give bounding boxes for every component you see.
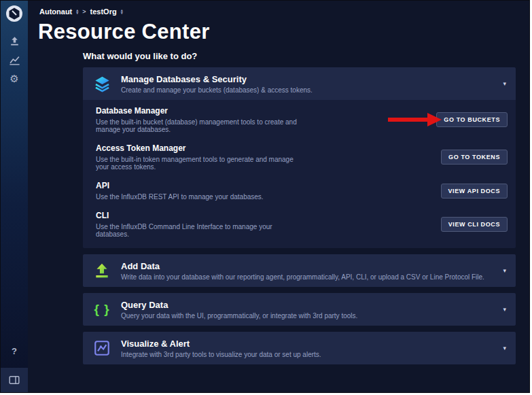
row-title: API (96, 181, 305, 190)
chevron-down-icon[interactable]: ▾ (493, 306, 516, 313)
row-text: Database Manager Use the built-in bucket… (96, 106, 436, 133)
page-title: Resource Center (38, 20, 529, 44)
braces-icon: { } (83, 302, 121, 317)
sidebar-bottom: ? (1, 343, 28, 392)
section-title: Add Data (121, 261, 488, 271)
section-rows: Database Manager Use the built-in bucket… (83, 100, 516, 248)
influxdb-logo[interactable] (1, 1, 28, 22)
go-to-buckets-button[interactable]: GO TO BUCKETS (436, 112, 508, 127)
breadcrumb-org[interactable]: Autonaut (39, 7, 72, 16)
sidebar: ⚙ ? (1, 1, 28, 392)
section-header-query-data[interactable]: { } Query Data Query your data with the … (83, 293, 516, 326)
section-header-text: Query Data Query your data with the UI, … (121, 295, 493, 324)
section-visualize-alert: Visualize & Alert Integrate with 3rd par… (83, 332, 516, 364)
upload-icon (83, 262, 121, 279)
resource-row-database-manager: Database Manager Use the built-in bucket… (96, 106, 508, 133)
view-cli-docs-button[interactable]: VIEW CLI DOCS (441, 217, 508, 232)
row-title: CLI (96, 211, 305, 220)
caret-down-glyph: ▾ (121, 12, 123, 14)
row-title: Access Token Manager (96, 143, 305, 153)
chevron-down-icon[interactable]: ▾ (493, 345, 516, 351)
section-title: Visualize & Alert (121, 339, 488, 349)
chevron-down-icon[interactable]: ▾ (493, 80, 516, 87)
section-title: Query Data (121, 300, 488, 310)
chevron-updown-icon[interactable]: ▴ ▾ (76, 9, 78, 14)
section-header-manage-databases[interactable]: Manage Databases & Security Create and m… (83, 67, 516, 100)
section-manage-databases: Manage Databases & Security Create and m… (83, 67, 516, 248)
breadcrumb: Autonaut ▴ ▾ > testOrg ▴ ▾ (28, 1, 529, 16)
chart-icon (83, 339, 121, 357)
section-header-text: Add Data Write data into your database w… (121, 256, 493, 286)
data-explorer-graph-icon[interactable] (7, 52, 22, 67)
section-header-text: Manage Databases & Security Create and m… (121, 69, 493, 99)
sidebar-bottom-strip (1, 368, 28, 392)
app-window: ⚙ ? Autonaut ▴ ▾ > testOrg (0, 0, 530, 393)
sidebar-icon-stack: ⚙ (1, 33, 28, 86)
section-header-visualize-alert[interactable]: Visualize & Alert Integrate with 3rd par… (83, 332, 516, 364)
row-description: Use the built-in bucket (database) manag… (96, 118, 300, 133)
braces-glyph: { } (94, 302, 109, 317)
section-header-add-data[interactable]: Add Data Write data into your database w… (83, 254, 516, 287)
load-data-upload-icon[interactable] (7, 33, 22, 48)
breadcrumb-account[interactable]: testOrg (90, 7, 117, 16)
go-to-tokens-button[interactable]: GO TO TOKENS (441, 150, 508, 165)
row-text: API Use the InfluxDB REST API to manage … (96, 181, 441, 201)
docs-panel-icon[interactable] (7, 373, 22, 388)
section-query-data: { } Query Data Query your data with the … (83, 293, 516, 326)
resource-row-access-token-manager: Access Token Manager Use the built-in to… (96, 143, 508, 171)
view-api-docs-button[interactable]: VIEW API DOCS (441, 184, 508, 199)
resource-row-cli: CLI Use the InfluxDB Command Line Interf… (96, 211, 508, 238)
section-description: Write data into your database with our r… (121, 273, 488, 281)
section-title: Manage Databases & Security (121, 74, 488, 84)
page-prompt: What would you like to do? (83, 51, 516, 61)
row-description: Use the built-in token management tools … (96, 156, 305, 171)
layers-icon (83, 75, 121, 93)
settings-gear-icon[interactable]: ⚙ (7, 71, 22, 86)
main-content: Autonaut ▴ ▾ > testOrg ▴ ▾ Resource Cent… (28, 1, 529, 392)
row-description: Use the InfluxDB Command Line Interface … (96, 223, 305, 238)
section-description: Query your data with the UI, programmati… (121, 312, 488, 320)
chevron-down-icon[interactable]: ▾ (493, 267, 516, 274)
section-header-text: Visualize & Alert Integrate with 3rd par… (121, 334, 493, 363)
section-description: Integrate with 3rd party tools to visual… (121, 351, 488, 358)
help-icon[interactable]: ? (7, 343, 22, 358)
breadcrumb-separator-icon: > (82, 8, 86, 15)
row-title: Database Manager (96, 106, 300, 116)
caret-down-glyph: ▾ (76, 12, 78, 14)
chevron-updown-icon[interactable]: ▴ ▾ (121, 9, 123, 14)
section-add-data: Add Data Write data into your database w… (83, 254, 516, 287)
row-text: Access Token Manager Use the built-in to… (96, 143, 441, 171)
resource-center-column: What would you like to do? (83, 51, 516, 364)
resource-row-api: API Use the InfluxDB REST API to manage … (96, 181, 508, 201)
row-text: CLI Use the InfluxDB Command Line Interf… (96, 211, 441, 238)
section-description: Create and manage your buckets (database… (121, 86, 488, 94)
row-description: Use the InfluxDB REST API to manage your… (96, 193, 305, 201)
